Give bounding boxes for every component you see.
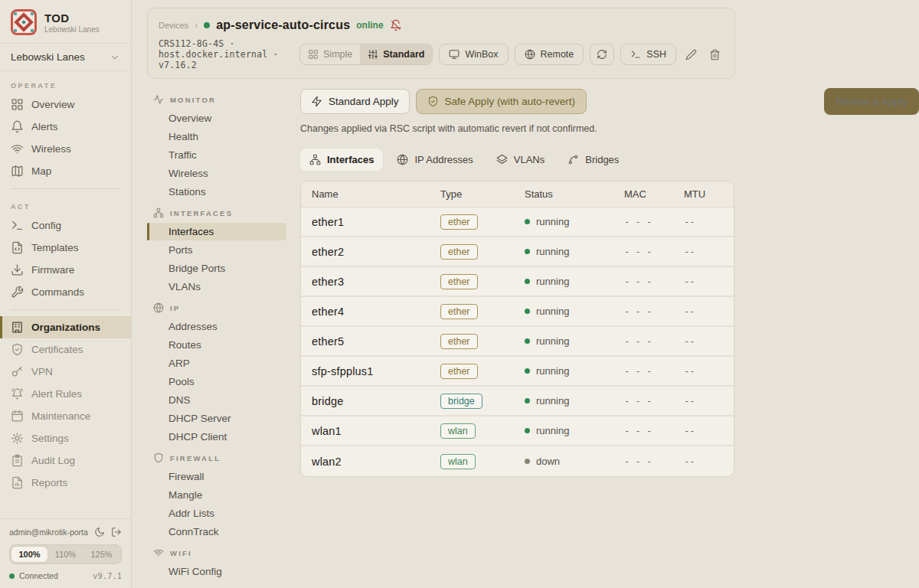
delete-button[interactable] bbox=[706, 46, 724, 64]
standard-apply-button[interactable]: Standard Apply bbox=[300, 89, 410, 114]
mtu-value: -- bbox=[684, 306, 723, 317]
sidebar-item-alerts[interactable]: Alerts bbox=[0, 116, 131, 138]
sidebar-item-label: Audit Log bbox=[31, 455, 75, 466]
sidebar-item-commands[interactable]: Commands bbox=[0, 281, 131, 303]
table-body: ether1 ether running - - - -- ether2 bbox=[301, 207, 734, 476]
type-badge: ether bbox=[440, 214, 478, 230]
table-row[interactable]: ether4 ether running - - - -- bbox=[301, 297, 734, 327]
sidebar-item-wireless[interactable]: Wireless bbox=[0, 138, 131, 160]
subnav-item-dns[interactable]: DNS bbox=[147, 391, 286, 409]
sidebar-item-alert-rules[interactable]: Alert Rules bbox=[0, 383, 131, 405]
status-label: running bbox=[536, 216, 569, 227]
bell-off-icon[interactable] bbox=[390, 19, 402, 31]
subnav-item-dhcp-server[interactable]: DHCP Server bbox=[147, 410, 286, 427]
terminal-icon bbox=[630, 49, 641, 60]
table-row[interactable]: ether1 ether running - - - -- bbox=[301, 207, 734, 237]
mac-value: - - - bbox=[624, 426, 684, 436]
status-dot bbox=[525, 249, 530, 254]
subnav-item-conntrack[interactable]: ConnTrack bbox=[147, 523, 286, 541]
type-badge: bridge bbox=[440, 394, 482, 409]
sidebar-item-label: Config bbox=[31, 220, 61, 231]
table-row[interactable]: ether3 ether running - - - -- bbox=[301, 267, 734, 297]
sidebar-item-organizations[interactable]: Organizations bbox=[0, 316, 131, 338]
safe-apply-button[interactable]: Safe Apply (with auto-revert) bbox=[416, 89, 587, 114]
breadcrumb-devices[interactable]: Devices bbox=[159, 21, 188, 30]
status-label: running bbox=[536, 246, 569, 257]
subnav-item-routes[interactable]: Routes bbox=[147, 336, 286, 354]
interface-name: ether1 bbox=[312, 216, 440, 228]
type-badge: wlan bbox=[440, 423, 476, 439]
subnav-item-wireless[interactable]: Wireless bbox=[147, 165, 286, 182]
view-option-standard[interactable]: Standard bbox=[360, 44, 432, 64]
tab-interfaces[interactable]: Interfaces bbox=[300, 149, 383, 171]
moon-icon[interactable] bbox=[94, 527, 105, 537]
sidebar-item-overview[interactable]: Overview bbox=[0, 93, 131, 116]
divider bbox=[11, 188, 120, 189]
remote-button[interactable]: Remote bbox=[515, 44, 584, 65]
mac-value: - - - bbox=[624, 217, 684, 227]
sidebar-item-certificates[interactable]: Certificates bbox=[0, 338, 131, 361]
app-subtitle: Lebowski Lanes bbox=[44, 25, 100, 34]
table-row[interactable]: sfp-sfpplus1 ether running - - - -- bbox=[301, 357, 734, 387]
status-label: running bbox=[536, 335, 569, 347]
chevron-down-icon bbox=[110, 52, 120, 63]
subnav-head-wifi: WIFI bbox=[147, 541, 300, 562]
sidebar-item-label: Alerts bbox=[31, 121, 58, 132]
zoom-option-100-[interactable]: 100% bbox=[11, 547, 47, 562]
sidebar-item-maintenance[interactable]: Maintenance bbox=[0, 405, 131, 427]
table-row[interactable]: ether2 ether running - - - -- bbox=[301, 237, 734, 267]
table-row[interactable]: wlan2 wlan down - - - -- bbox=[301, 446, 734, 476]
mac-value: - - - bbox=[624, 396, 684, 407]
zoom-option-110-[interactable]: 110% bbox=[47, 547, 83, 562]
subnav-item-ports[interactable]: Ports bbox=[147, 241, 286, 259]
tab-ip-addresses[interactable]: IP Addresses bbox=[388, 149, 482, 171]
sidebar-item-firmware[interactable]: Firmware bbox=[0, 259, 131, 281]
table-row[interactable]: bridge bridge running - - - -- bbox=[301, 387, 734, 416]
sidebar-item-audit-log[interactable]: Audit Log bbox=[0, 449, 131, 472]
sidebar-item-label: Templates bbox=[31, 242, 79, 253]
refresh-button[interactable] bbox=[590, 44, 614, 65]
review-apply-button[interactable]: Review & Apply bbox=[824, 88, 919, 115]
sidebar-item-templates[interactable]: Templates bbox=[0, 237, 131, 259]
subnav-item-firewall[interactable]: Firewall bbox=[147, 468, 286, 485]
zoom-option-125-[interactable]: 125% bbox=[83, 547, 119, 562]
sidebar-item-map[interactable]: Map bbox=[0, 160, 131, 182]
mtu-value: -- bbox=[684, 426, 723, 436]
tab-bridges[interactable]: Bridges bbox=[558, 149, 628, 171]
type-badge: ether bbox=[440, 334, 478, 349]
winbox-button[interactable]: WinBox bbox=[439, 44, 508, 65]
sidebar-item-label: Commands bbox=[31, 286, 84, 298]
nav-group-admin: Organizations Certificates VPN Alert Rul… bbox=[0, 316, 131, 494]
subnav-item-pools[interactable]: Pools bbox=[147, 373, 286, 390]
subnav-item-wifi-config[interactable]: WiFi Config bbox=[147, 563, 286, 580]
logout-icon[interactable] bbox=[111, 527, 122, 537]
subnav-item-arp[interactable]: ARP bbox=[147, 354, 286, 372]
subnav-item-addr-lists[interactable]: Addr Lists bbox=[147, 505, 286, 522]
account-email: admin@mikrotik-portal.dev bbox=[9, 528, 88, 537]
edit-button[interactable] bbox=[682, 46, 700, 64]
subnav-item-traffic[interactable]: Traffic bbox=[147, 146, 286, 164]
subnav-item-mangle[interactable]: Mangle bbox=[147, 486, 286, 504]
subnav-item-overview[interactable]: Overview bbox=[147, 109, 286, 127]
shield-check-icon bbox=[427, 96, 439, 107]
subnav-item-vlans[interactable]: VLANs bbox=[147, 278, 286, 296]
subnav-item-dhcp-client[interactable]: DHCP Client bbox=[147, 428, 286, 446]
sidebar-item-config[interactable]: Config bbox=[0, 214, 131, 237]
subnav-item-interfaces[interactable]: Interfaces bbox=[147, 223, 286, 240]
sidebar-item-vpn[interactable]: VPN bbox=[0, 361, 131, 383]
view-option-simple[interactable]: Simple bbox=[300, 44, 360, 64]
sidebar-item-label: Reports bbox=[31, 477, 67, 488]
subnav-item-health[interactable]: Health bbox=[147, 128, 286, 145]
sidebar-item-reports[interactable]: Reports bbox=[0, 472, 131, 494]
sidebar-item-settings[interactable]: Settings bbox=[0, 427, 131, 449]
interface-name: wlan2 bbox=[312, 456, 440, 468]
subnav-item-bridge-ports[interactable]: Bridge Ports bbox=[147, 260, 286, 277]
table-row[interactable]: ether5 ether running - - - -- bbox=[301, 327, 734, 357]
subnav-item-stations[interactable]: Stations bbox=[147, 183, 286, 201]
table-row[interactable]: wlan1 wlan running - - - -- bbox=[301, 416, 734, 446]
main-panel: Standard Apply Safe Apply (with auto-rev… bbox=[300, 85, 919, 588]
tab-vlans[interactable]: VLANs bbox=[487, 149, 554, 171]
org-selector[interactable]: Lebowski Lanes bbox=[0, 43, 131, 71]
ssh-button[interactable]: SSH bbox=[620, 44, 676, 65]
subnav-item-addresses[interactable]: Addresses bbox=[147, 318, 286, 335]
